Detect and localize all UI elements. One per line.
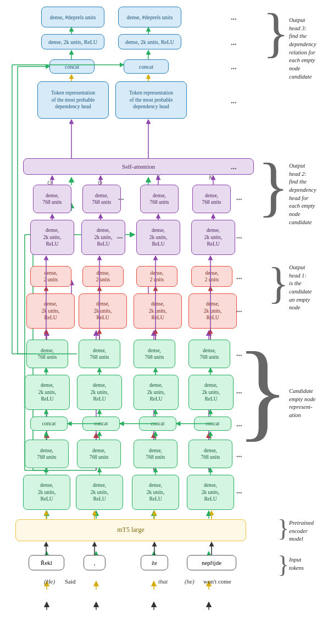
box-dense-768-c1: dense,768 units (26, 340, 68, 368)
box-concat-top-2: concat (124, 59, 169, 74)
box-dense-deprels-1: dense, #deprels units (41, 7, 104, 27)
box-dense-2k-c1: dense,2k units,ReLU (25, 375, 70, 410)
box-dense-2k-p2: dense,2k units,ReLU (79, 293, 127, 329)
box-dense-2k-c2: dense,2k units,ReLU (77, 375, 122, 410)
label-input: Input tokens (289, 556, 331, 572)
brace-head3: } (263, 5, 289, 60)
box-token-rekl: Řekl (29, 555, 64, 570)
box-dense-768-b1: dense,768 units (25, 440, 69, 468)
dots-concat: ... (231, 63, 237, 71)
dots-token-rep: ... (231, 97, 237, 106)
dots-2k-p: ... (236, 306, 242, 314)
box-dense-2k-b3: dense,2k units,ReLU (132, 475, 179, 510)
dots-top: ... (231, 13, 237, 22)
box-concat-c4: concat (194, 417, 231, 431)
box-dense-2k-p4: dense,2k units,ReLU (188, 293, 237, 329)
box-mt5: mT5 large (15, 519, 246, 541)
italic-that: that (158, 578, 168, 585)
dots-self-attn: ... (231, 163, 237, 171)
box-concat-c3: concat (139, 417, 176, 431)
box-dense-2-4: dense,2 units (191, 266, 232, 287)
dots-dense768-k: ... (236, 193, 242, 202)
dots-2k-q: ... (117, 232, 123, 241)
box-dense-768-b2: dense,768 units (77, 440, 121, 468)
box-concat-c1: concat (30, 417, 68, 431)
box-dense-2k-k1: dense,2k units,ReLU (136, 220, 180, 255)
label-head3: Output head 3: find the dependency relat… (289, 16, 331, 81)
italic-wont: won't come (203, 578, 231, 585)
box-dense-768-k2: dense,768 units (192, 185, 231, 213)
box-dense-2k-q1: dense,2k units,ReLU (30, 220, 74, 255)
box-dense-768-b4: dense,768 units (188, 440, 232, 468)
box-concat-c2: concat (82, 417, 120, 431)
box-dense-768-b3: dense,768 units (134, 440, 177, 468)
box-token-ze: že (141, 555, 168, 570)
box-dense-2k-b4: dense,2k units,ReLU (187, 475, 234, 510)
box-token-rep-1: Token representation of the most probabl… (37, 81, 109, 119)
box-dense-768-k1: dense,768 units (140, 185, 179, 213)
box-self-attention: Self-attention (23, 158, 254, 175)
label-k2: K (209, 174, 213, 180)
box-dense-2k-relu-top-2: dense, 2k units, ReLU (118, 34, 181, 49)
dots-768b: ... (236, 451, 242, 459)
box-dense-2k-b2: dense,2k units,ReLU (76, 475, 123, 510)
brace-head1: } (268, 261, 289, 305)
italic-he: (He) (44, 578, 55, 585)
box-dense-2-3: dense,2 units (136, 266, 177, 287)
dots-top2: ... (231, 38, 237, 47)
dots-2kb: ... (236, 487, 242, 496)
box-token-rep-2: Token representation of the most probabl… (115, 81, 187, 119)
box-concat-top-1: concat (49, 59, 95, 74)
box-dense-768-q1: dense,768 units (33, 185, 71, 213)
label-head2: Output head 2: find the dependency head … (289, 162, 331, 227)
italic-he2: (he) (185, 578, 195, 585)
box-dense-2k-k2: dense,2k units,ReLU (191, 220, 235, 255)
box-dense-2k-c3: dense,2k units,ReLU (134, 375, 179, 410)
dots-2k-k: ... (236, 232, 242, 241)
box-token-neprijde: nepřijde (187, 555, 236, 570)
box-dense-768-q2: dense,768 units (82, 185, 121, 213)
dots-dense768-q: ... (118, 193, 124, 202)
label-candidate: Candidate empty node represent- ation (289, 387, 331, 420)
brace-encoder: } (278, 517, 289, 541)
box-dense-2k-p1: dense,2k units,ReLU (26, 293, 75, 329)
box-dense-2-1: dense,2 units (30, 266, 71, 287)
label-head1: Output head 1: is the candidate an empty… (289, 264, 331, 312)
box-dense-768-c3: dense,768 units (134, 340, 175, 368)
box-dense-deprels-2: dense, #deprels units (118, 7, 181, 27)
label-encoder: Pretrained encoder model (289, 519, 331, 543)
box-dense-2-2: dense,2 units (82, 266, 124, 287)
dots-dense2: ... (236, 273, 242, 281)
box-dense-2k-b1: dense,2k units,ReLU (23, 475, 70, 510)
box-dense-2k-relu-top-1: dense, 2k units, ReLU (41, 34, 104, 49)
label-k1: K (156, 174, 160, 180)
box-dense-2k-p3: dense,2k units,ReLU (134, 293, 182, 329)
box-token-comma: , (84, 555, 106, 570)
box-dense-2k-c4: dense,2k units,ReLU (188, 375, 234, 410)
box-dense-768-c4: dense,768 units (188, 340, 230, 368)
italic-said: Said (65, 578, 76, 585)
box-dense-768-c2: dense,768 units (79, 340, 120, 368)
brace-candidate: } (236, 335, 289, 445)
brace-input: } (278, 553, 289, 577)
brace-head2: } (257, 154, 289, 220)
